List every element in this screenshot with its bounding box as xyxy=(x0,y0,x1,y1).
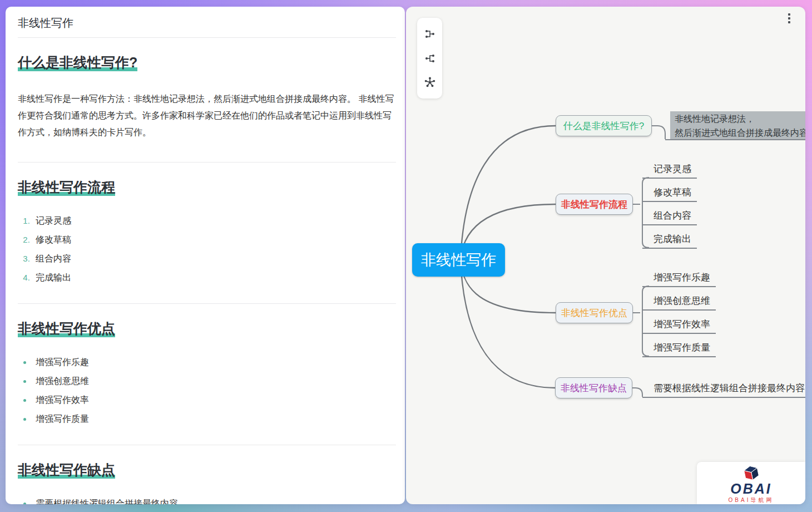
list-item[interactable]: 增强写作质量 xyxy=(32,413,396,425)
divider xyxy=(18,162,396,163)
advantages-bullet-list: 增强写作乐趣 增强创意思维 增强写作效率 增强写作质量 xyxy=(18,357,396,425)
watermark-card: OBAI OBAI导航网 xyxy=(697,462,805,504)
mindmap-leaf[interactable]: 修改草稿 xyxy=(642,187,697,202)
process-ordered-list: 记录灵感 修改草稿 组合内容 完成输出 xyxy=(18,215,396,283)
mindmap-leaf[interactable]: 增强创意思维 xyxy=(642,296,716,311)
section-heading-process[interactable]: 非线性写作流程 xyxy=(18,178,396,196)
document-panel: 非线性写作 什么是非线性写作? 非线性写作是一种写作方法：非线性地记录想法，然后… xyxy=(6,7,405,504)
divider xyxy=(18,303,396,304)
watermark-subtitle: OBAI导航网 xyxy=(729,496,774,504)
tree-merge-right-layout-icon[interactable] xyxy=(422,26,438,42)
mindmap-leaf[interactable]: 组合内容 xyxy=(642,210,697,225)
mindmap-leaf[interactable]: 需要根据线性逻辑组合拼接最终内容 xyxy=(642,383,805,398)
kebab-more-options-icon[interactable] xyxy=(783,11,795,26)
layout-toolbar xyxy=(417,18,442,99)
list-item[interactable]: 完成输出 xyxy=(32,272,396,283)
mindmap-leaf[interactable]: 增强写作乐趣 xyxy=(642,272,716,287)
disadvantages-bullet-list: 需要根据线性逻辑组合拼接最终内容 xyxy=(18,498,396,504)
note-line: 然后渐进式地组合拼接成最终内容 xyxy=(675,126,804,140)
list-item[interactable]: 修改草稿 xyxy=(32,234,396,245)
mindmap-branch-what-is[interactable]: 什么是非线性写作? xyxy=(556,115,652,136)
mindmap-leaf[interactable]: 增强写作质量 xyxy=(642,342,716,357)
list-item[interactable]: 增强写作乐趣 xyxy=(32,357,396,368)
mindmap-root-node[interactable]: 非线性写作 xyxy=(412,243,505,277)
tree-branch-right-layout-icon[interactable] xyxy=(422,50,438,67)
watermark-brand: OBAI xyxy=(730,482,772,495)
note-underline xyxy=(665,139,805,140)
list-item[interactable]: 需要根据线性逻辑组合拼接最终内容 xyxy=(32,498,396,504)
divider xyxy=(18,445,396,445)
mindmap-branch-disadvantages[interactable]: 非线性写作缺点 xyxy=(555,377,632,398)
mindmap-note[interactable]: 非线性地记录想法， 然后渐进式地组合拼接成最终内容 xyxy=(670,111,805,140)
document-title[interactable]: 非线性写作 xyxy=(18,16,396,31)
section-heading-advantages[interactable]: 非线性写作优点 xyxy=(18,319,396,338)
mindmap-leaf[interactable]: 完成输出 xyxy=(642,234,697,249)
mindmap-panel[interactable]: 非线性写作 什么是非线性写作? 非线性写作流程 非线性写作优点 非线性写作缺点 … xyxy=(406,7,805,504)
list-item[interactable]: 记录灵感 xyxy=(32,215,396,227)
obai-cube-logo-icon xyxy=(740,465,763,482)
note-line: 非线性地记录想法， xyxy=(675,112,804,126)
list-item[interactable]: 组合内容 xyxy=(32,253,396,264)
section-paragraph-what-is[interactable]: 非线性写作是一种写作方法：非线性地记录想法，然后渐进式地组合拼接成最终内容。 非… xyxy=(18,91,396,141)
mindmap-branch-process[interactable]: 非线性写作流程 xyxy=(556,194,633,215)
mindmap-leaf[interactable]: 增强写作效率 xyxy=(642,319,716,334)
mindmap-branch-advantages[interactable]: 非线性写作优点 xyxy=(556,302,633,323)
divider xyxy=(18,37,396,38)
section-heading-disadvantages[interactable]: 非线性写作缺点 xyxy=(18,461,396,479)
list-item[interactable]: 增强写作效率 xyxy=(32,395,396,406)
mindmap-leaf[interactable]: 记录灵感 xyxy=(642,164,697,179)
radial-layout-icon[interactable] xyxy=(422,74,438,91)
section-heading-what-is[interactable]: 什么是非线性写作? xyxy=(18,53,396,72)
list-item[interactable]: 增强创意思维 xyxy=(32,376,396,387)
